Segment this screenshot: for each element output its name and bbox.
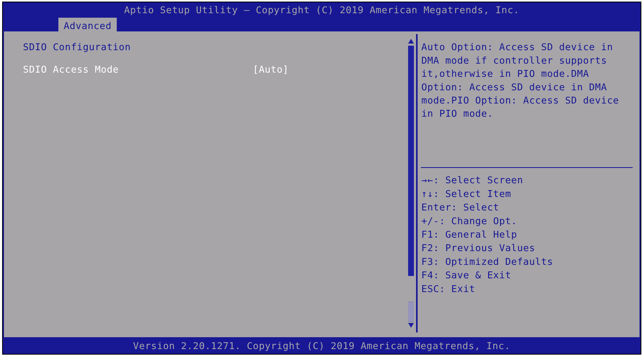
setting-label: SDIO Access Mode — [23, 63, 253, 76]
content-frame: SDIO Configuration SDIO Access Mode [Aut… — [3, 30, 641, 338]
help-text: Auto Option: Access SD device in DMA mod… — [421, 40, 631, 167]
bios-window: Aptio Setup Utility – Copyright (C) 2019… — [2, 2, 641, 355]
scroll-handle[interactable] — [408, 302, 414, 321]
key-select-screen: →←: Select Screen — [421, 173, 631, 187]
setting-sdio-access-mode[interactable]: SDIO Access Mode [Auto] — [23, 63, 416, 76]
title-bar: Aptio Setup Utility – Copyright (C) 2019… — [3, 2, 641, 17]
setting-value: [Auto] — [253, 63, 289, 76]
scroll-down-icon[interactable] — [408, 323, 414, 328]
tab-strip: Advanced — [3, 17, 641, 30]
key-prev-values: F2: Previous Values — [421, 241, 631, 255]
key-select: Enter: Select — [421, 201, 631, 214]
help-divider — [421, 167, 633, 168]
scrollbar[interactable] — [408, 39, 414, 328]
key-save-exit: F4: Save & Exit — [421, 269, 631, 282]
key-help: F1: General Help — [421, 228, 631, 241]
section-title: SDIO Configuration — [23, 40, 416, 54]
key-select-item: ↑↓: Select Item — [421, 187, 631, 200]
scroll-thumb[interactable] — [408, 46, 414, 276]
keymap: →←: Select Screen ↑↓: Select Item Enter:… — [421, 173, 631, 296]
help-pane: Auto Option: Access SD device in DMA mod… — [418, 34, 636, 332]
scroll-up-icon[interactable] — [408, 39, 414, 44]
key-defaults: F3: Optimized Defaults — [421, 255, 631, 268]
footer-bar: Version 2.20.1271. Copyright (C) 2019 Am… — [3, 338, 641, 354]
key-change-opt: +/-: Change Opt. — [421, 214, 631, 228]
key-exit: ESC: Exit — [421, 282, 631, 295]
tab-advanced[interactable]: Advanced — [58, 18, 117, 34]
settings-pane: SDIO Configuration SDIO Access Mode [Aut… — [7, 34, 418, 332]
